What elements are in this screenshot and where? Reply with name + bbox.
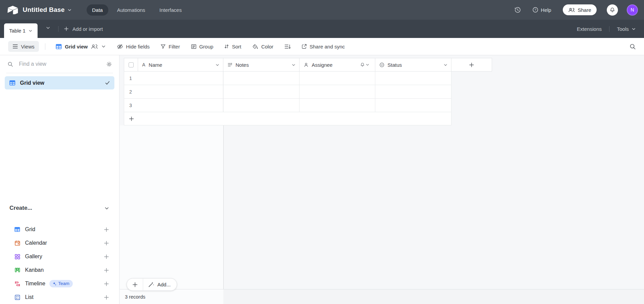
create-item-kanban[interactable]: Kanban <box>0 263 119 277</box>
extensions-button[interactable]: Extensions <box>577 26 602 32</box>
create-item-list[interactable]: List <box>0 290 119 304</box>
cell-assignee[interactable] <box>299 85 375 98</box>
column-header-name[interactable]: A Name <box>138 58 223 72</box>
base-menu-chevron-icon[interactable] <box>67 8 72 12</box>
plus-icon <box>129 116 134 122</box>
add-record-button[interactable] <box>127 279 143 290</box>
avatar-initial: N <box>630 7 634 13</box>
help-button[interactable]: ? Help <box>532 7 551 13</box>
plus-icon[interactable] <box>104 267 109 273</box>
select-all-cell <box>124 58 138 72</box>
tabbar-right: Extensions Tools <box>577 20 636 38</box>
row-number: 3 <box>124 99 223 112</box>
column-header-assignee[interactable]: Assignee <box>299 58 375 72</box>
sparkle-icon <box>52 282 57 286</box>
column-header-status[interactable]: Status <box>375 58 451 72</box>
create-section-header[interactable]: Create... <box>0 205 119 211</box>
long-text-icon <box>227 62 232 67</box>
share-button[interactable]: Share <box>563 4 597 15</box>
chevron-down-icon[interactable] <box>215 63 220 67</box>
notifications-button[interactable] <box>607 4 618 16</box>
cell-notes[interactable] <box>223 85 299 98</box>
filter-button[interactable]: Filter <box>160 44 180 49</box>
funnel-icon <box>160 44 166 49</box>
grid-view-icon <box>55 44 62 49</box>
cell-notes[interactable] <box>223 72 299 85</box>
table-menu-chevron-icon[interactable] <box>28 29 32 33</box>
chevron-down-icon[interactable] <box>291 63 296 67</box>
add-button-label: Add... <box>157 282 171 287</box>
hide-fields-button[interactable]: Hide fields <box>117 44 150 49</box>
create-item-gallery[interactable]: Gallery <box>0 250 119 263</box>
row-number: 1 <box>124 72 223 85</box>
cell-notes[interactable] <box>223 99 299 112</box>
add-with-ai-button[interactable]: Add... <box>143 279 177 290</box>
table-row[interactable]: 3 <box>124 99 451 112</box>
create-item-label: Kanban <box>25 267 44 273</box>
color-button[interactable]: Color <box>252 44 273 49</box>
create-item-timeline[interactable]: Timeline Team <box>0 277 119 290</box>
frozen-column-background <box>120 125 223 289</box>
group-label: Group <box>199 44 214 49</box>
notification-toggle[interactable] <box>360 62 370 67</box>
gear-icon[interactable] <box>106 61 112 67</box>
plus-icon[interactable] <box>104 227 109 232</box>
table-row[interactable]: 2 <box>124 85 451 99</box>
add-record-row[interactable] <box>124 112 451 125</box>
tools-button[interactable]: Tools <box>617 26 636 32</box>
plus-icon[interactable] <box>104 295 109 300</box>
chevron-down-icon[interactable] <box>443 63 448 67</box>
toolbar-divider <box>45 43 45 50</box>
cell-status[interactable] <box>375 85 451 98</box>
table-list-chevron-icon[interactable] <box>46 25 50 30</box>
plus-icon[interactable] <box>104 240 109 246</box>
cell-assignee[interactable] <box>299 72 375 85</box>
cell-status[interactable] <box>375 72 451 85</box>
current-view-button[interactable]: Grid view <box>55 44 106 49</box>
sort-button[interactable]: Sort <box>224 44 241 49</box>
single-select-icon <box>379 62 384 67</box>
color-label: Color <box>261 44 273 49</box>
help-label: Help <box>541 7 551 13</box>
plus-icon <box>132 282 138 288</box>
table-row[interactable]: 1 <box>124 72 451 85</box>
views-toggle-button[interactable]: Views <box>8 41 39 52</box>
plus-icon[interactable] <box>104 254 109 260</box>
column-label: Notes <box>236 62 291 68</box>
share-and-sync-button[interactable]: Share and sync <box>302 44 345 49</box>
header-actions: ? Help Share N <box>514 0 644 20</box>
history-icon[interactable] <box>514 7 521 13</box>
table-tabbar: Table 1 Add or import Extensions Tools <box>0 20 644 38</box>
nav-tab-automations[interactable]: Automations <box>112 4 151 16</box>
eye-off-icon <box>117 44 123 49</box>
plus-icon[interactable] <box>104 281 109 287</box>
search-icon[interactable] <box>629 43 636 50</box>
chevron-down-icon <box>365 63 370 67</box>
cell-status[interactable] <box>375 99 451 112</box>
user-avatar[interactable]: N <box>627 4 638 16</box>
share-and-sync-label: Share and sync <box>310 44 345 49</box>
hide-fields-label: Hide fields <box>126 44 150 49</box>
plus-icon <box>64 26 69 32</box>
group-button[interactable]: Group <box>191 44 214 49</box>
create-item-grid[interactable]: Grid <box>0 223 119 236</box>
create-item-calendar[interactable]: Calendar <box>0 236 119 250</box>
select-all-checkbox[interactable] <box>129 62 134 67</box>
table-tab-active[interactable]: Table 1 <box>4 23 38 38</box>
find-view-input[interactable] <box>18 61 106 67</box>
people-icon <box>568 7 575 13</box>
column-label: Name <box>149 62 215 68</box>
chevron-down-icon <box>631 27 636 31</box>
sidebar-view-grid-view[interactable]: Grid view <box>5 76 114 89</box>
airtable-logo-icon[interactable] <box>7 5 18 14</box>
column-header-notes[interactable]: Notes <box>223 58 299 72</box>
grid-body: 1 2 3 <box>124 72 451 125</box>
nav-tab-data[interactable]: Data <box>87 4 108 16</box>
team-badge: Team <box>49 280 73 287</box>
base-title[interactable]: Untitled Base <box>23 6 65 14</box>
add-field-button[interactable] <box>451 58 492 72</box>
row-height-button[interactable] <box>284 44 291 49</box>
add-or-import-button[interactable]: Add or import <box>64 20 103 38</box>
cell-assignee[interactable] <box>299 99 375 112</box>
nav-tab-interfaces[interactable]: Interfaces <box>154 4 187 16</box>
